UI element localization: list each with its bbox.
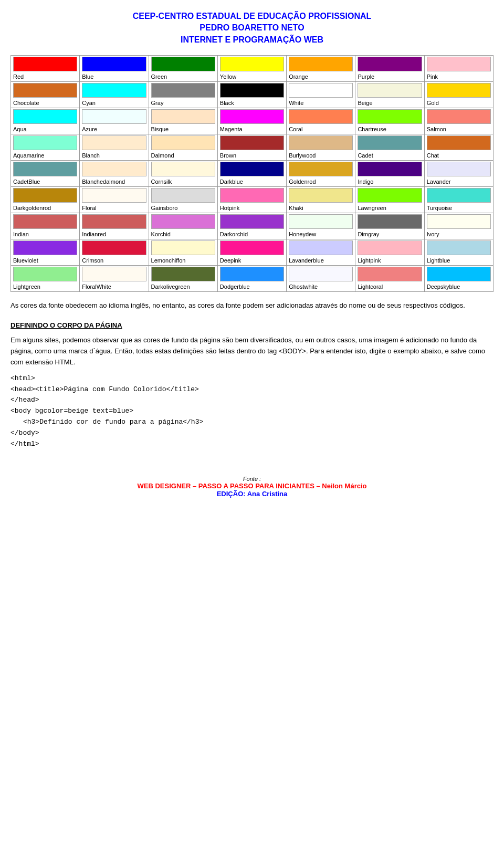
color-name: Darkblue bbox=[220, 179, 243, 185]
color-name: Khaki bbox=[289, 205, 303, 211]
color-name: Brown bbox=[220, 152, 236, 159]
color-cell: Ivory bbox=[424, 213, 493, 239]
body-section: DEFININDO O CORPO DA PÁGINA Em alguns si… bbox=[10, 320, 494, 450]
color-name: Indigo bbox=[358, 179, 373, 185]
color-cell: Darkolivegreen bbox=[149, 266, 217, 292]
color-cell: Cornsilk bbox=[149, 161, 217, 187]
color-cell: Bisque bbox=[149, 108, 217, 134]
color-cell: Deepskyblue bbox=[424, 266, 493, 292]
color-name: Darkgoldenrod bbox=[13, 205, 51, 211]
color-name: Gainsboro bbox=[151, 205, 178, 211]
color-name: Korchid bbox=[151, 231, 171, 237]
color-cell: Pink bbox=[424, 56, 493, 82]
color-cell: Beige bbox=[355, 82, 424, 108]
color-name: Black bbox=[220, 100, 234, 106]
color-cell: Salmon bbox=[424, 108, 493, 134]
color-cell: Red bbox=[11, 56, 80, 82]
color-cell: Brown bbox=[217, 134, 286, 161]
color-cell: Lightcoral bbox=[355, 266, 424, 292]
color-name: Indian bbox=[13, 231, 29, 237]
color-cell: Orange bbox=[287, 56, 355, 82]
color-name: Dodgerblue bbox=[220, 284, 250, 290]
color-name: FloralWhite bbox=[82, 284, 111, 290]
color-cell: Deepink bbox=[217, 239, 286, 266]
color-name: Darkorchid bbox=[220, 231, 248, 237]
color-name: White bbox=[289, 100, 303, 106]
color-name: Coral bbox=[289, 126, 302, 132]
color-name: Aqua bbox=[13, 126, 27, 132]
color-name: Red bbox=[13, 74, 24, 80]
color-name: Pink bbox=[427, 74, 438, 80]
color-cell: Azure bbox=[80, 108, 149, 134]
color-cell: Green bbox=[149, 56, 217, 82]
color-cell: Blue bbox=[80, 56, 149, 82]
color-name: Hotpink bbox=[220, 205, 239, 211]
color-name: Crimson bbox=[82, 257, 103, 264]
color-cell: Blanch bbox=[80, 134, 149, 161]
color-cell: Darkblue bbox=[217, 161, 286, 187]
color-name: Orange bbox=[289, 74, 308, 80]
color-name: Darkolivegreen bbox=[151, 284, 190, 290]
color-cell: Dalmond bbox=[149, 134, 217, 161]
fonte-label: Fonte : bbox=[10, 476, 494, 482]
color-name: Purple bbox=[358, 74, 374, 80]
color-cell: FloralWhite bbox=[80, 266, 149, 292]
color-name: Lightblue bbox=[427, 257, 450, 264]
color-name: Azure bbox=[82, 126, 97, 132]
color-name: Dimgray bbox=[358, 231, 379, 237]
code-line: <body bgcolor=beige text=blue> bbox=[10, 406, 494, 417]
color-name: Lightcoral bbox=[358, 284, 383, 290]
color-cell: Korchid bbox=[149, 213, 217, 239]
color-cell: Crimson bbox=[80, 239, 149, 266]
color-cell: Yellow bbox=[217, 56, 286, 82]
body-paragraph: Em alguns sites, podemos observar que as… bbox=[10, 335, 494, 368]
color-name: Cadet bbox=[358, 152, 373, 159]
color-cell: Aquamarine bbox=[11, 134, 80, 161]
color-name: Chocolate bbox=[13, 100, 39, 106]
color-cell: Indianred bbox=[80, 213, 149, 239]
color-cell: Lightgreen bbox=[11, 266, 80, 292]
color-name: Blue bbox=[82, 74, 93, 80]
color-table: RedBlueGreenYellowOrangePurplePinkChocol… bbox=[10, 55, 494, 292]
color-cell: Purple bbox=[355, 56, 424, 82]
color-name: Lawngreen bbox=[358, 205, 386, 211]
code-line: <html> bbox=[10, 373, 494, 384]
color-name: Deepink bbox=[220, 257, 241, 264]
color-name: Lemonchiffon bbox=[151, 257, 186, 264]
description-text: As cores da fonte obedecem ao idioma ing… bbox=[10, 300, 494, 311]
fonte-main: WEB DESIGNER – PASSO A PASSO PARA INICIA… bbox=[10, 482, 494, 490]
footer: Fonte : WEB DESIGNER – PASSO A PASSO PAR… bbox=[10, 470, 494, 498]
color-cell: Burlywood bbox=[287, 134, 355, 161]
color-cell: Lavanderblue bbox=[287, 239, 355, 266]
color-name: Ghostwhite bbox=[289, 284, 318, 290]
color-cell: Gold bbox=[424, 82, 493, 108]
color-cell: Dimgray bbox=[355, 213, 424, 239]
color-name: Chat bbox=[427, 152, 439, 159]
color-cell: Chartreuse bbox=[355, 108, 424, 134]
section-title: DEFININDO O CORPO DA PÁGINA bbox=[10, 320, 494, 331]
color-name: Lavander bbox=[427, 179, 451, 185]
color-cell: Lawngreen bbox=[355, 187, 424, 213]
page-title: CEEP-CENTRO ESTADUAL DE EDUCAÇÃO PROFISS… bbox=[10, 11, 494, 46]
color-cell: Floral bbox=[80, 187, 149, 213]
code-line: <head><title>Página com Fundo Colorido</… bbox=[10, 384, 494, 395]
color-name: Green bbox=[151, 74, 167, 80]
color-name: Gray bbox=[151, 100, 164, 106]
color-cell: Lemonchiffon bbox=[149, 239, 217, 266]
color-cell: Honeydew bbox=[287, 213, 355, 239]
code-line: </head> bbox=[10, 395, 494, 406]
color-name: Aquamarine bbox=[13, 152, 44, 159]
color-name: Magenta bbox=[220, 126, 243, 132]
color-cell: Blanchedalmond bbox=[80, 161, 149, 187]
code-block: <html><head><title>Página com Fundo Colo… bbox=[10, 373, 494, 450]
color-cell: Indigo bbox=[355, 161, 424, 187]
color-cell: Cyan bbox=[80, 82, 149, 108]
color-name: Chartreuse bbox=[358, 126, 386, 132]
color-cell: Chocolate bbox=[11, 82, 80, 108]
color-cell: Turquoise bbox=[424, 187, 493, 213]
color-cell: Black bbox=[217, 82, 286, 108]
color-cell: Blueviolet bbox=[11, 239, 80, 266]
color-cell: Chat bbox=[424, 134, 493, 161]
fonte-sub: EDIÇÃO: Ana Cristina bbox=[10, 490, 494, 498]
color-cell: Hotpink bbox=[217, 187, 286, 213]
